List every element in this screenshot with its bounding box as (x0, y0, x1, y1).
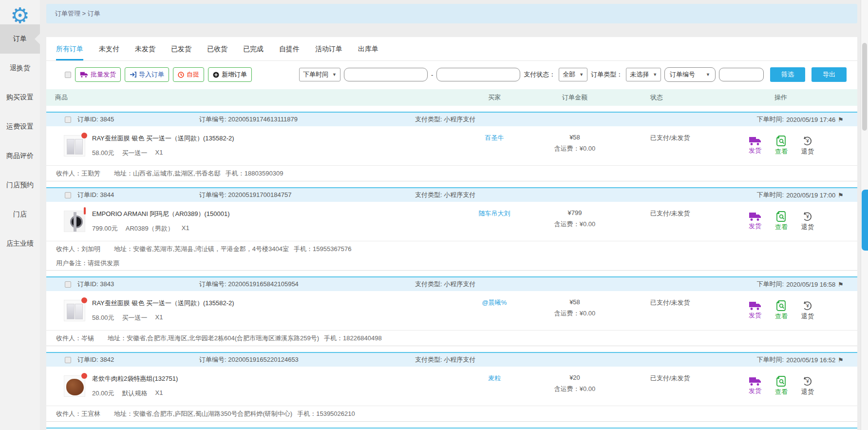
order-time: 2020/05/19 16:58 (786, 281, 835, 288)
ship-action[interactable]: 发货 (745, 301, 765, 320)
order-checkbox[interactable] (65, 192, 71, 198)
order-header: 订单ID: 3844 订单编号: 202005191700184757 支付类型… (46, 187, 857, 202)
order-id: 3842 (100, 356, 114, 363)
product-name[interactable]: EMPORIO ARMANI 阿玛尼（AR0389）(150001) (92, 210, 229, 218)
buyer-link[interactable]: 随车吊大刘 (479, 210, 510, 217)
search-input[interactable] (719, 68, 764, 81)
refund-action[interactable]: ¥ 退货 (797, 300, 818, 321)
sidebar-item-store[interactable]: 门店 (0, 200, 40, 229)
receiver-address: 安徽省,合肥市,瑶海区,北华园老2栋604(合肥市瑶海区濉溪东路259号) (127, 334, 319, 343)
product-spec: 买一送一 (122, 313, 148, 322)
sidebar-item-owner-performance[interactable]: 店主业绩 (0, 229, 40, 258)
tab-all-orders[interactable]: 所有订单 (56, 45, 83, 60)
order-id: 3843 (100, 280, 114, 288)
product-thumbnail[interactable] (64, 135, 85, 156)
pay-status-label: 支付状态： (524, 70, 555, 79)
flag-icon: ⚑ (838, 116, 844, 123)
order-type-select[interactable]: 未选择 ▼ (626, 68, 661, 81)
shipping-fee: 含运费：¥0.00 (533, 144, 616, 153)
self-pickup-button[interactable]: 自提 (173, 67, 204, 82)
order-checkbox[interactable] (65, 117, 71, 123)
ship-action[interactable]: 发货 (745, 137, 765, 155)
sidebar-item-store-booking[interactable]: 门店预约 (0, 171, 40, 200)
tab-shipped[interactable]: 已发货 (171, 45, 191, 60)
tab-completed[interactable]: 已完成 (243, 45, 264, 60)
order-time: 2020/05/19 16:52 (786, 356, 835, 364)
tab-outbound[interactable]: 出库单 (358, 45, 378, 60)
date-to-input[interactable] (436, 68, 520, 81)
red-badge-icon (81, 133, 87, 138)
tab-unpaid[interactable]: 未支付 (99, 45, 119, 60)
sidebar-item-shipping-settings[interactable]: 运费设置 (0, 112, 40, 141)
order-product-row: RAY蚕丝面膜 银色 买一送一（送同款）(135582-2) 58.00元买一送… (46, 291, 857, 330)
order-block: 订单ID: 3843 订单编号: 20200519165842105954 支付… (46, 276, 857, 346)
search-field-select[interactable]: 订单编号 ▼ (664, 67, 716, 82)
clock-icon (178, 72, 184, 78)
flag-icon: ⚑ (838, 356, 844, 364)
order-time: 2020/05/19 17:46 (786, 116, 835, 123)
svg-text:¥: ¥ (806, 303, 809, 309)
orders-panel: 所有订单 未支付 未发货 已发货 已收货 已完成 自提件 活动订单 出库单 批量… (46, 37, 857, 430)
sidebar-item-returns[interactable]: 退换货 (0, 54, 40, 83)
view-action[interactable]: 查看 (771, 376, 792, 396)
new-order-button[interactable]: 新增订单 (208, 67, 252, 82)
buyer-link[interactable]: 麦粒 (488, 374, 501, 382)
sidebar-item-product-reviews[interactable]: 商品评价 (0, 141, 40, 171)
refund-action[interactable]: ¥ 退货 (797, 376, 818, 396)
refund-icon: ¥ (802, 300, 813, 311)
product-thumbnail[interactable] (64, 375, 85, 397)
product-thumbnail[interactable] (64, 211, 85, 232)
order-checkbox[interactable] (65, 281, 71, 288)
tab-received[interactable]: 已收货 (207, 45, 227, 60)
product-thumbnail[interactable] (64, 300, 85, 321)
receiver-name: 岑锡 (81, 334, 94, 343)
tab-self-pickup[interactable]: 自提件 (279, 45, 300, 60)
order-no: 202005191700184757 (228, 191, 291, 198)
orders-toolbar: 批量发货 导入订单 自提 新增订单 下单时间 ▼ - (46, 67, 857, 82)
order-checkbox[interactable] (65, 357, 71, 363)
view-doc-icon (776, 376, 786, 387)
pay-status-select[interactable]: 全部 ▼ (559, 68, 587, 81)
product-spec: AR0389（男款） (126, 224, 174, 233)
ship-action[interactable]: 发货 (745, 377, 765, 395)
filter-button[interactable]: 筛选 (770, 67, 805, 82)
refund-icon: ¥ (802, 376, 813, 387)
order-block: 订单ID: 3844 订单编号: 202005191700184757 支付类型… (46, 187, 857, 271)
order-status: 已支付/未发货 (650, 374, 690, 382)
receiver-address: 安徽省,合肥市,庐阳区,蜀山湖路350号合肥科烨(研制中心) (133, 410, 292, 418)
svg-text:¥: ¥ (806, 379, 809, 384)
order-product-row: 老炊牛肉粒2袋特惠组(132751) 20.00元默认规格X1 麦粒 ¥20含运… (46, 367, 857, 406)
refund-action[interactable]: ¥ 退货 (797, 211, 818, 232)
receiver-address: 安徽省,芜湖市,芜湖县,湾沚镇，平港金郡，4号楼3404室 (133, 245, 289, 254)
export-button[interactable]: 导出 (811, 67, 847, 82)
floating-side-tab[interactable] (862, 190, 868, 251)
date-from-input[interactable] (344, 68, 428, 81)
product-qty: X1 (155, 313, 163, 322)
import-orders-button[interactable]: 导入订单 (125, 67, 169, 82)
order-header: 订单ID: 3845 订单编号: 20200519174613111879 支付… (46, 112, 857, 126)
ship-action[interactable]: 发货 (745, 212, 765, 231)
sidebar-item-orders[interactable]: 订单 (0, 24, 40, 54)
buyer-link[interactable]: @晨曦% (482, 299, 507, 306)
view-action[interactable]: 查看 (771, 300, 792, 321)
receiver-row: 收件人：岑锡 地址：安徽省,合肥市,瑶海区,北华园老2栋604(合肥市瑶海区濉溪… (46, 330, 857, 346)
receiver-name: 王勤芳 (81, 169, 100, 178)
tab-activity-orders[interactable]: 活动订单 (315, 45, 342, 60)
buyer-link[interactable]: 百圣牛 (485, 134, 504, 141)
plus-icon (213, 72, 219, 78)
refund-action[interactable]: ¥ 退货 (797, 136, 818, 156)
view-action[interactable]: 查看 (771, 211, 792, 232)
view-action[interactable]: 查看 (771, 136, 792, 156)
time-field-select[interactable]: 下单时间 ▼ (299, 68, 340, 81)
product-name[interactable]: 老炊牛肉粒2袋特惠组(132751) (92, 374, 178, 383)
batch-ship-button[interactable]: 批量发货 (75, 67, 121, 82)
scrollbar-thumb[interactable] (862, 43, 867, 131)
select-all-checkbox[interactable] (65, 72, 71, 78)
tab-unshipped[interactable]: 未发货 (135, 45, 155, 60)
chevron-down-icon: ▼ (579, 72, 584, 77)
product-name[interactable]: RAY蚕丝面膜 银色 买一送一（送同款）(135582-2) (92, 134, 234, 143)
product-name[interactable]: RAY蚕丝面膜 银色 买一送一（送同款）(135582-2) (92, 299, 234, 308)
pay-type: 小程序支付 (444, 191, 475, 198)
main-area: 订单管理 > 订单 所有订单 未支付 未发货 已发货 已收货 已完成 自提件 活… (40, 0, 868, 430)
sidebar-item-purchase-settings[interactable]: 购买设置 (0, 83, 40, 112)
